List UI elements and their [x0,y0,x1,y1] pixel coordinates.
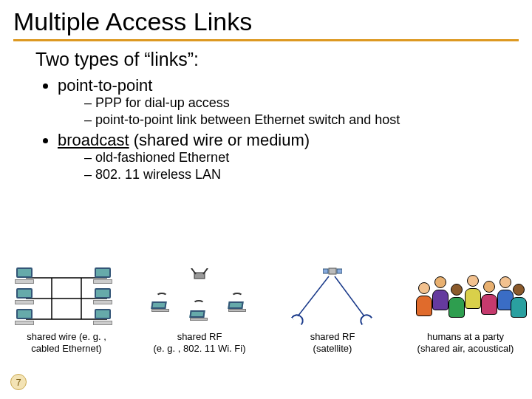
example-people-caption: humans at a party (shared air, acoustica… [417,331,514,355]
laptop-icon [151,301,169,313]
slide-subtitle: Two types of “links”: [35,49,519,70]
example-wired: shared wire (e. g. , cabled Ethernet) [7,265,126,355]
example-wifi: shared RF (e. g. , 802. 11 Wi. Fi) [140,265,259,355]
caption-line: humans at a party [427,331,504,342]
laptop-icon [190,310,208,322]
satellite-network-icon [277,265,388,331]
caption-line: cabled Ethernet) [31,343,101,354]
person-icon [509,284,528,321]
wired-network-icon [11,265,122,331]
svg-line-7 [203,268,208,274]
examples-row: shared wire (e. g. , cabled Ethernet) [0,265,532,355]
wave-icon [231,293,243,300]
example-people: humans at a party (shared air, acoustica… [406,265,525,355]
caption-line: shared RF [177,331,222,342]
example-satellite-caption: shared RF (satellite) [310,331,355,355]
caption-line: (e. g. , 802. 11 Wi. Fi) [154,343,246,354]
caption-line: shared wire (e. g. , [27,331,106,342]
people-party-icon [410,265,521,331]
caption-line: shared RF [310,331,355,342]
bullet-2-rest: (shared wire or medium) [129,131,310,149]
laptop-icon [228,301,246,313]
example-satellite: shared RF (satellite) [273,265,392,355]
page-number-badge: 7 [10,374,27,390]
caption-line: (shared air, acoustical) [417,343,514,354]
wave-icon [156,293,168,300]
access-point-icon [188,268,211,280]
example-wifi-caption: shared RF (e. g. , 802. 11 Wi. Fi) [154,331,246,355]
computer-icon [92,309,113,327]
title-rule [13,39,519,41]
bullet-1: point-to-point PPP for dial-up access po… [58,76,519,128]
computer-icon [92,267,113,285]
slide-title: Multiple Access Links [13,7,519,36]
slide: Multiple Access Links Two types of “link… [0,0,532,399]
computer-icon [14,267,35,285]
bullet-list: point-to-point PPP for dial-up access po… [58,76,519,183]
svg-line-11 [298,276,329,316]
caption-line: (satellite) [313,343,352,354]
example-wired-caption: shared wire (e. g. , cabled Ethernet) [27,331,106,355]
computer-icon [14,309,35,327]
bullet-2-sub-1: old-fashioned Ethernet [84,150,519,166]
bullet-2-underlined: broadcast [58,131,129,149]
bullet-1-sub-2: point-to-point link between Ethernet swi… [84,112,519,128]
computer-icon [14,288,35,306]
bullet-1-sublist: PPP for dial-up access point-to-point li… [84,95,519,128]
computer-icon [92,288,113,306]
beam-lines-icon [277,265,388,331]
bullet-1-sub-1: PPP for dial-up access [84,95,519,111]
bullet-2-sublist: old-fashioned Ethernet 802. 11 wireless … [84,150,519,183]
bullet-2: broadcast (shared wire or medium) old-fa… [58,131,519,183]
bullet-1-label: point-to-point [58,76,152,95]
svg-line-6 [191,268,196,274]
bullet-2-sub-2: 802. 11 wireless LAN [84,167,519,183]
wave-icon [193,300,205,307]
svg-line-12 [335,276,364,316]
wifi-network-icon [144,265,255,331]
